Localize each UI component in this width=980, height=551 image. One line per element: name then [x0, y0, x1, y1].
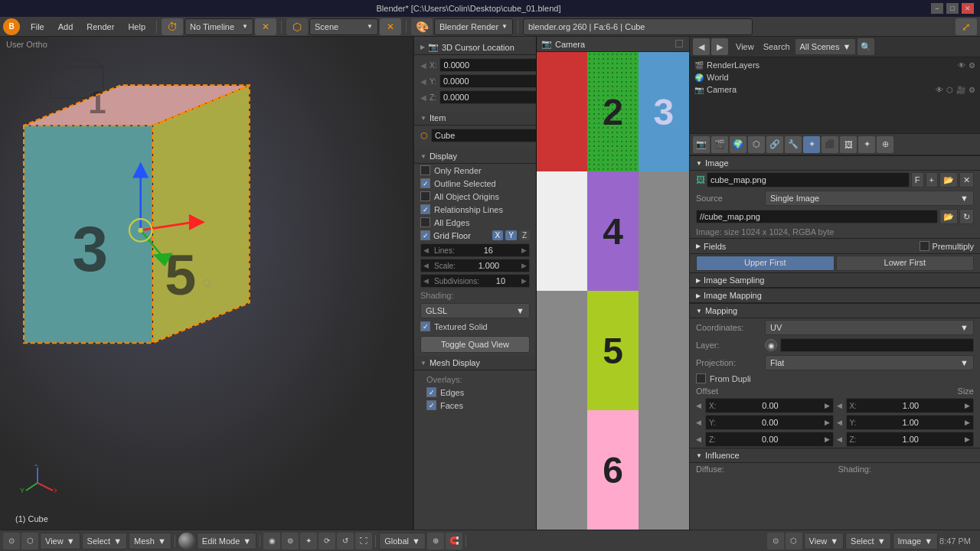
props-icon-1[interactable]: ◀	[693, 38, 710, 55]
select-right-dropdown[interactable]: Select ▼	[845, 533, 890, 549]
tree-item-world[interactable]: 🌍 World	[691, 71, 978, 83]
projection-dropdown[interactable]: Flat ▼	[765, 355, 974, 370]
props-icon-2[interactable]: ▶	[711, 38, 728, 55]
textured-solid-checkbox[interactable]: ✓	[420, 321, 430, 331]
outline-selected-row[interactable]: ✓ Outline Selected	[414, 177, 536, 190]
mode-sphere-icon[interactable]	[178, 533, 195, 549]
all-object-origins-row[interactable]: All Object Origins	[414, 190, 536, 203]
image-open-button[interactable]: 📂	[939, 172, 958, 187]
props-physics-icon[interactable]: ⊕	[877, 136, 893, 153]
coordinates-dropdown[interactable]: UV ▼	[765, 320, 974, 335]
cursor-section-header[interactable]: ▶ 📷 3D Cursor Location	[414, 40, 536, 55]
scene-dropdown[interactable]: Scene ▼	[309, 18, 378, 35]
props-texture-icon[interactable]: 🖼	[840, 136, 857, 153]
uv-canvas[interactable]: 2 3 4 5 6	[537, 52, 689, 530]
search-button[interactable]: Search	[759, 41, 795, 53]
item-name-input[interactable]	[431, 129, 536, 142]
camera-vis[interactable]: ⬡	[946, 86, 953, 94]
close-button[interactable]: ✕	[962, 3, 974, 14]
relationship-lines-checkbox[interactable]: ✓	[420, 204, 430, 214]
toggle-quad-view-button[interactable]: Toggle Quad View	[420, 336, 530, 353]
mesh-display-header[interactable]: ▼ Mesh Display	[414, 356, 536, 370]
size-y-arrow-right[interactable]: ▶	[962, 419, 973, 426]
grid-x-btn[interactable]: X	[492, 230, 504, 240]
tool-icon-5[interactable]: ↺	[337, 533, 354, 549]
add-icon[interactable]: ✕	[255, 18, 276, 35]
cursor-y-left-arrow[interactable]: ◀	[420, 77, 426, 86]
upper-first-button[interactable]: Upper First	[696, 256, 835, 271]
layer-input[interactable]	[780, 338, 974, 352]
camera-render[interactable]: 🎥	[956, 86, 965, 94]
view-button[interactable]: View	[731, 41, 759, 53]
faces-row[interactable]: ✓ Faces	[420, 399, 530, 412]
renderlayers-eye[interactable]: 👁	[958, 61, 965, 70]
menu-file[interactable]: File	[24, 18, 51, 35]
path-reload-button[interactable]: ↻	[959, 209, 974, 224]
props-modifiers-icon[interactable]: 🔧	[785, 136, 802, 153]
shading-mode-dropdown[interactable]: GLSL ▼	[420, 303, 530, 318]
edit-mode-dropdown[interactable]: Edit Mode ▼	[197, 533, 256, 549]
image-new-button[interactable]: +	[926, 172, 938, 187]
snap-icon[interactable]: 🧲	[446, 533, 462, 549]
tool-icon-1[interactable]: ◉	[263, 533, 280, 549]
cursor-y-input[interactable]	[439, 74, 536, 88]
lines-right-arrow[interactable]: ▶	[519, 246, 529, 254]
select-dropdown[interactable]: Select ▼	[82, 533, 127, 549]
image-section-header[interactable]: ▼ Image	[690, 155, 980, 171]
z-arrow-left[interactable]: ◀	[696, 435, 702, 443]
size-z-arrow-left[interactable]: ◀	[837, 435, 843, 443]
size-y-arrow-left[interactable]: ◀	[837, 419, 843, 426]
only-render-row[interactable]: Only Render	[414, 164, 536, 177]
grid-z-btn[interactable]: Z	[519, 230, 530, 240]
textured-solid-row[interactable]: ✓ Textured Solid	[414, 320, 536, 333]
cursor-z-left-arrow[interactable]: ◀	[420, 93, 426, 102]
cursor-x-left-arrow[interactable]: ◀	[420, 61, 426, 70]
menu-help[interactable]: Help	[122, 18, 152, 35]
outline-selected-checkbox[interactable]: ✓	[420, 178, 430, 188]
display-section-header[interactable]: ▼ Display	[414, 149, 536, 164]
z-arrow-right[interactable]: ▶	[822, 435, 833, 443]
camera-settings[interactable]: ⚙	[969, 86, 975, 94]
lower-first-button[interactable]: Lower First	[836, 256, 975, 271]
image-sampling-header[interactable]: ▶ Image Sampling	[690, 272, 980, 288]
all-edges-row[interactable]: All Edges	[414, 216, 536, 229]
tool-icon-4[interactable]: ⟳	[318, 533, 335, 549]
relationship-lines-row[interactable]: ✓ Relationship Lines	[414, 203, 536, 216]
props-render-icon[interactable]: 📷	[693, 136, 710, 153]
view-right-dropdown[interactable]: View ▼	[804, 533, 844, 549]
lines-left-arrow[interactable]: ◀	[421, 246, 431, 254]
image-close-button[interactable]: ✕	[959, 172, 974, 187]
view-dropdown[interactable]: View ▼	[40, 533, 80, 549]
premultiply-checkbox[interactable]	[920, 241, 929, 251]
item-section-header[interactable]: ▼ Item	[414, 111, 536, 126]
maximize-button[interactable]: □	[946, 3, 959, 14]
mapping-section-header[interactable]: ▼ Mapping	[690, 303, 980, 318]
image-name-input[interactable]	[707, 172, 910, 187]
faces-checkbox[interactable]: ✓	[426, 400, 436, 410]
x-arrow-right[interactable]: ▶	[822, 402, 833, 409]
tool-icon-6[interactable]: ⛶	[355, 533, 372, 549]
scene-add-icon[interactable]: ✕	[380, 18, 401, 35]
bottom-icon-2[interactable]: ⬡	[21, 533, 38, 549]
scale-right-arrow[interactable]: ▶	[519, 262, 529, 269]
renderlayers-extra[interactable]: ⚙	[969, 61, 975, 70]
viewport-3d[interactable]: User Ortho 3	[0, 37, 413, 530]
cursor-z-input[interactable]	[439, 90, 536, 104]
all-scenes-dropdown[interactable]: All Scenes ▼	[795, 38, 857, 55]
scale-left-arrow[interactable]: ◀	[421, 262, 431, 269]
fields-section-header[interactable]: ▶ Fields Premultiply	[690, 238, 980, 254]
props-data-icon[interactable]: ✦	[803, 136, 820, 153]
x-arrow-left[interactable]: ◀	[696, 402, 702, 409]
view-icon-bottom[interactable]: ⬡	[786, 533, 802, 549]
mesh-dropdown[interactable]: Mesh ▼	[129, 533, 172, 549]
size-x-arrow-right[interactable]: ▶	[962, 402, 973, 409]
camera-eye[interactable]: 👁	[936, 86, 943, 94]
only-render-checkbox[interactable]	[420, 165, 430, 175]
cursor-x-input[interactable]	[439, 58, 536, 72]
y-arrow-right[interactable]: ▶	[822, 419, 833, 426]
edges-row[interactable]: ✓ Edges	[420, 386, 530, 399]
props-scene-icon[interactable]: 🎬	[711, 136, 728, 153]
minimize-button[interactable]: −	[931, 3, 943, 14]
global-dropdown[interactable]: Global ▼	[379, 533, 426, 549]
props-world-icon[interactable]: 🌍	[730, 136, 746, 153]
